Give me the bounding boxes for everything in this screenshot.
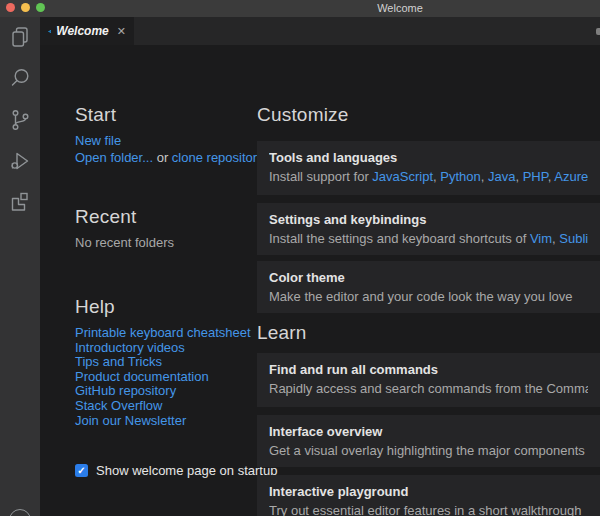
cutoff-editor-action-icon xyxy=(596,28,600,35)
card-title: Color theme xyxy=(269,270,588,285)
source-control-icon[interactable] xyxy=(8,108,32,132)
inline-text: , xyxy=(481,169,488,184)
card-title: Settings and keybindings xyxy=(269,212,588,227)
start-heading: Start xyxy=(75,104,116,126)
inline-text: , xyxy=(515,169,522,184)
card-description: Rapidly access and search commands from … xyxy=(269,381,588,396)
card-description: Get a visual overlay highlighting the ma… xyxy=(269,443,588,458)
help-link-product-docs[interactable]: Product documentation xyxy=(75,369,209,384)
vscode-window: Welcome xyxy=(0,0,600,516)
tab-close-icon[interactable]: ✕ xyxy=(117,25,126,38)
inline-text: Rapidly access and search commands from … xyxy=(269,381,588,396)
help-link-stack-overflow[interactable]: Stack Overflow xyxy=(75,398,162,413)
tab-label: Welcome xyxy=(56,24,108,38)
help-heading: Help xyxy=(75,296,115,318)
card-description: Install the settings and keyboard shortc… xyxy=(269,231,588,246)
inline-link[interactable]: Azure xyxy=(554,169,588,184)
inline-link[interactable]: PHP xyxy=(523,169,548,184)
zoom-window-button[interactable] xyxy=(36,3,45,12)
extensions-icon[interactable] xyxy=(8,190,32,214)
inline-text: Make the editor and your code look the w… xyxy=(269,289,573,304)
tab-strip: Welcome ✕ xyxy=(40,17,600,45)
customize-heading: Customize xyxy=(257,104,349,126)
inline-link[interactable]: Python xyxy=(440,169,480,184)
titlebar: Welcome xyxy=(0,0,600,17)
inline-link[interactable]: Java xyxy=(488,169,515,184)
card-find-run-commands[interactable]: Find and run all commands Rapidly access… xyxy=(257,353,600,407)
search-icon[interactable] xyxy=(8,66,32,90)
help-link-tips-tricks[interactable]: Tips and Tricks xyxy=(75,354,162,369)
card-interactive-playground[interactable]: Interactive playground Try out essential… xyxy=(257,475,600,516)
inline-link[interactable]: Open folder... xyxy=(75,150,153,165)
help-link-github-repo[interactable]: GitHub repository xyxy=(75,383,176,398)
new-file-link[interactable]: New file xyxy=(75,133,121,148)
inline-link[interactable]: Sublime xyxy=(559,231,588,246)
recent-heading: Recent xyxy=(75,206,136,228)
inline-text: Install the settings and keyboard shortc… xyxy=(269,231,530,246)
inline-link[interactable]: JavaScript xyxy=(372,169,433,184)
card-title: Interactive playground xyxy=(269,484,588,499)
card-color-theme[interactable]: Color theme Make the editor and your cod… xyxy=(257,261,600,313)
help-link-intro-videos[interactable]: Introductory videos xyxy=(75,340,185,355)
card-settings-and-keybindings[interactable]: Settings and keybindings Install the set… xyxy=(257,203,600,255)
inline-text: Install support for xyxy=(269,169,372,184)
inline-text: or xyxy=(153,150,172,165)
card-title: Find and run all commands xyxy=(269,362,588,377)
inline-link[interactable]: Vim xyxy=(530,231,552,246)
explorer-icon[interactable] xyxy=(8,25,32,49)
recent-empty-text: No recent folders xyxy=(75,235,174,250)
checkmark-icon: ✓ xyxy=(77,464,85,477)
startup-checkbox-row: ✓ Show welcome page on startup xyxy=(75,463,277,478)
minimize-window-button[interactable] xyxy=(21,3,30,12)
learn-heading: Learn xyxy=(257,322,307,344)
card-interface-overview[interactable]: Interface overview Get a visual overlay … xyxy=(257,415,600,467)
activity-bar xyxy=(0,17,40,516)
close-window-button[interactable] xyxy=(6,3,15,12)
window-title: Welcome xyxy=(377,0,423,17)
inline-text: Get a visual overlay highlighting the ma… xyxy=(269,443,588,458)
account-icon[interactable] xyxy=(9,509,31,516)
card-tools-and-languages[interactable]: Tools and languages Install support for … xyxy=(257,141,600,195)
startup-checkbox[interactable]: ✓ xyxy=(75,464,88,477)
run-and-debug-icon[interactable] xyxy=(8,149,32,173)
inline-text: Try out essential editor features in a s… xyxy=(269,503,581,516)
card-description: Try out essential editor features in a s… xyxy=(269,503,588,516)
startup-checkbox-label: Show welcome page on startup xyxy=(96,463,277,478)
card-description: Install support for JavaScript, Python, … xyxy=(269,169,588,184)
vscode-logo-icon xyxy=(48,24,51,39)
help-link-newsletter[interactable]: Join our Newsletter xyxy=(75,413,186,428)
tab-welcome[interactable]: Welcome ✕ xyxy=(40,17,134,45)
card-title: Interface overview xyxy=(269,424,588,439)
help-links: Printable keyboard cheatsheet Introducto… xyxy=(75,326,251,428)
card-description: Make the editor and your code look the w… xyxy=(269,289,588,304)
card-title: Tools and languages xyxy=(269,150,588,165)
open-folder-line: Open folder... or clone repository... xyxy=(75,150,274,165)
help-link-cheatsheet[interactable]: Printable keyboard cheatsheet xyxy=(75,325,251,340)
